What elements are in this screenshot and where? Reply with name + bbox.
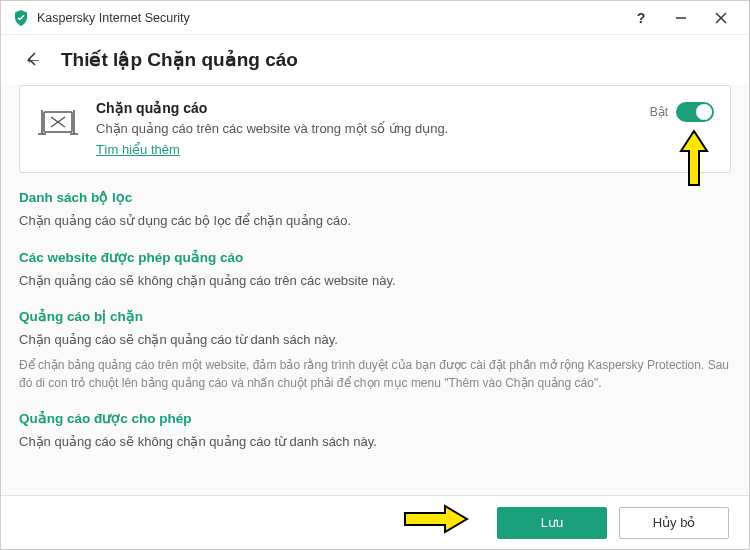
learn-more-link[interactable]: Tìm hiểu thêm [96, 142, 180, 157]
section-blocked-ads: Quảng cáo bị chặn Chặn quảng cáo sẽ chặn… [19, 308, 731, 392]
titlebar: Kaspersky Internet Security ? [1, 1, 749, 35]
toggle-state-label: Bật [650, 105, 668, 119]
section-title-blocked-ads[interactable]: Quảng cáo bị chặn [19, 308, 731, 324]
card-title: Chặn quảng cáo [96, 100, 634, 116]
section-desc: Chặn quảng cáo sẽ không chặn quảng cáo t… [19, 432, 731, 452]
content-area: Chặn quảng cáo Chặn quảng cáo trên các w… [1, 85, 749, 495]
app-logo-icon [13, 10, 29, 26]
help-button[interactable]: ? [621, 3, 661, 33]
section-allowed-ads: Quảng cáo được cho phép Chặn quảng cáo s… [19, 410, 731, 452]
section-title-allowed-ads[interactable]: Quảng cáo được cho phép [19, 410, 731, 426]
page-title: Thiết lập Chặn quảng cáo [61, 48, 298, 71]
ad-block-icon [36, 100, 80, 144]
close-button[interactable] [701, 3, 741, 33]
footer: Lưu Hủy bỏ [1, 495, 749, 549]
section-allowed-sites: Các website được phép quảng cáo Chặn quả… [19, 249, 731, 291]
section-filter-list: Danh sách bộ lọc Chặn quảng cáo sử dụng … [19, 189, 731, 231]
section-title-filter-list[interactable]: Danh sách bộ lọc [19, 189, 731, 205]
app-title: Kaspersky Internet Security [37, 11, 621, 25]
minimize-button[interactable] [661, 3, 701, 33]
save-button[interactable]: Lưu [497, 507, 607, 539]
section-desc: Chặn quảng cáo sẽ chặn quảng cáo từ danh… [19, 330, 731, 350]
section-desc: Chặn quảng cáo sẽ không chặn quảng cáo t… [19, 271, 731, 291]
cancel-button[interactable]: Hủy bỏ [619, 507, 729, 539]
page-header: ← Thiết lập Chặn quảng cáo [1, 35, 749, 85]
card-description: Chặn quảng cáo trên các website và trong… [96, 120, 634, 138]
section-note: Để chặn bảng quảng cáo trên một website,… [19, 356, 731, 392]
feature-toggle[interactable] [676, 102, 714, 122]
section-title-allowed-sites[interactable]: Các website được phép quảng cáo [19, 249, 731, 265]
feature-card: Chặn quảng cáo Chặn quảng cáo trên các w… [19, 85, 731, 173]
section-desc: Chặn quảng cáo sử dụng các bộ lọc để chặ… [19, 211, 731, 231]
back-button[interactable]: ← [21, 47, 45, 71]
toggle-knob [696, 104, 712, 120]
